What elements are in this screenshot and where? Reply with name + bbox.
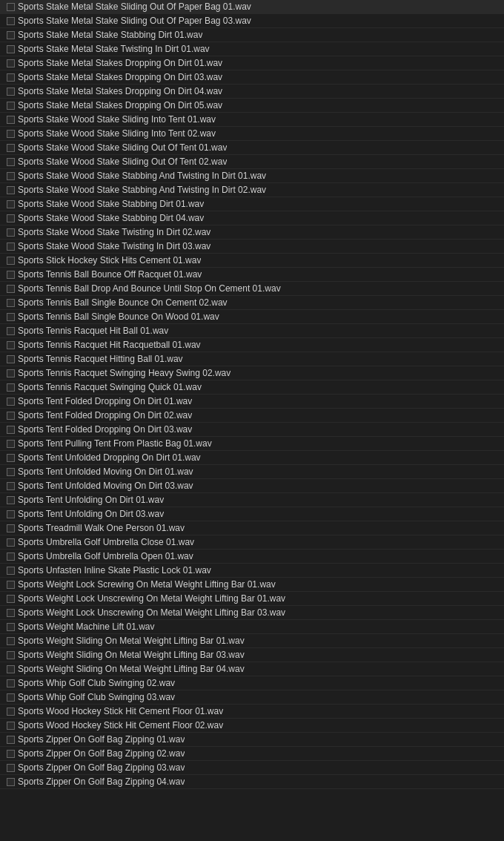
file-checkbox[interactable] [7, 200, 15, 208]
file-checkbox[interactable] [7, 398, 15, 406]
table-row[interactable]: Sports Tennis Racquet Swinging Heavy Swi… [0, 366, 504, 380]
table-row[interactable]: Sports Stake Metal Stake Twisting In Dir… [0, 42, 504, 56]
file-checkbox[interactable] [7, 538, 15, 547]
table-row[interactable]: Sports Stake Metal Stake Sliding Out Of … [0, 14, 504, 28]
file-checkbox[interactable] [7, 609, 15, 617]
file-checkbox[interactable] [7, 736, 15, 744]
table-row[interactable]: Sports Tennis Racquet Hit Ball 01.wav [0, 324, 504, 338]
file-checkbox[interactable] [7, 708, 15, 716]
table-row[interactable]: Sports Tennis Racquet Hit Racquetball 01… [0, 338, 504, 352]
file-checkbox[interactable] [7, 651, 15, 659]
table-row[interactable]: Sports Treadmill Walk One Person 01.wav [0, 521, 504, 535]
table-row[interactable]: Sports Tennis Racquet Swinging Quick 01.… [0, 380, 504, 395]
table-row[interactable]: Sports Tent Pulling Tent From Plastic Ba… [0, 437, 504, 451]
table-row[interactable]: Sports Tent Folded Dropping On Dirt 02.w… [0, 409, 504, 423]
file-checkbox[interactable] [7, 412, 15, 420]
table-row[interactable]: Sports Stake Metal Stakes Dropping On Di… [0, 56, 504, 70]
table-row[interactable]: Sports Weight Lock Unscrewing On Metal W… [0, 592, 504, 606]
file-checkbox[interactable] [7, 567, 15, 575]
table-row[interactable]: Sports Stake Wood Stake Sliding Into Ten… [0, 113, 504, 127]
file-checkbox[interactable] [7, 116, 15, 124]
file-checkbox[interactable] [7, 722, 15, 730]
file-checkbox[interactable] [7, 285, 15, 293]
file-checkbox[interactable] [7, 88, 15, 96]
table-row[interactable]: Sports Tent Unfolding On Dirt 01.wav [0, 493, 504, 507]
table-row[interactable]: Sports Tent Folded Dropping On Dirt 01.w… [0, 395, 504, 409]
file-checkbox[interactable] [7, 383, 15, 392]
file-checkbox[interactable] [7, 665, 15, 673]
table-row[interactable]: Sports Stake Metal Stakes Dropping On Di… [0, 99, 504, 113]
file-checkbox[interactable] [7, 45, 15, 53]
table-row[interactable]: Sports Tennis Ball Single Bounce On Ceme… [0, 296, 504, 310]
file-checkbox[interactable] [7, 172, 15, 180]
file-checkbox[interactable] [7, 496, 15, 504]
table-row[interactable]: Sports Tent Folded Dropping On Dirt 03.w… [0, 423, 504, 437]
file-checkbox[interactable] [7, 553, 15, 561]
table-row[interactable]: Sports Whip Golf Club Swinging 02.wav [0, 676, 504, 690]
table-row[interactable]: Sports Tennis Ball Single Bounce On Wood… [0, 310, 504, 324]
table-row[interactable]: Sports Wood Hockey Stick Hit Cement Floo… [0, 705, 504, 719]
file-checkbox[interactable] [7, 750, 15, 758]
table-row[interactable]: Sports Weight Sliding On Metal Weight Li… [0, 662, 504, 676]
file-checkbox[interactable] [7, 581, 15, 589]
file-checkbox[interactable] [7, 59, 15, 67]
file-checkbox[interactable] [7, 454, 15, 462]
table-row[interactable]: Sports Umbrella Golf Umbrella Close 01.w… [0, 535, 504, 550]
table-row[interactable]: Sports Stake Wood Stake Sliding Into Ten… [0, 127, 504, 141]
file-checkbox[interactable] [7, 158, 15, 166]
file-checkbox[interactable] [7, 623, 15, 631]
file-checkbox[interactable] [7, 271, 15, 279]
table-row[interactable]: Sports Stake Metal Stakes Dropping On Di… [0, 85, 504, 99]
table-row[interactable]: Sports Stake Metal Stake Stabbing Dirt 0… [0, 28, 504, 42]
table-row[interactable]: Sports Weight Lock Screwing On Metal Wei… [0, 578, 504, 592]
file-checkbox[interactable] [7, 637, 15, 645]
file-checkbox[interactable] [7, 679, 15, 687]
table-row[interactable]: Sports Weight Sliding On Metal Weight Li… [0, 634, 504, 648]
file-checkbox[interactable] [7, 778, 15, 786]
file-checkbox[interactable] [7, 228, 15, 237]
table-row[interactable]: Sports Unfasten Inline Skate Plastic Loc… [0, 564, 504, 578]
file-checkbox[interactable] [7, 299, 15, 307]
table-row[interactable]: Sports Tent Unfolding On Dirt 03.wav [0, 507, 504, 521]
file-checkbox[interactable] [7, 341, 15, 349]
table-row[interactable]: Sports Zipper On Golf Bag Zipping 04.wav [0, 775, 504, 789]
table-row[interactable]: Sports Whip Golf Club Swinging 03.wav [0, 690, 504, 705]
file-checkbox[interactable] [7, 440, 15, 448]
file-checkbox[interactable] [7, 73, 15, 82]
table-row[interactable]: Sports Stake Metal Stakes Dropping On Di… [0, 70, 504, 85]
table-row[interactable]: Sports Stake Wood Stake Twisting In Dirt… [0, 240, 504, 254]
file-checkbox[interactable] [7, 102, 15, 110]
table-row[interactable]: Sports Stake Wood Stake Sliding Out Of T… [0, 141, 504, 155]
table-row[interactable]: Sports Weight Machine Lift 01.wav [0, 620, 504, 634]
file-checkbox[interactable] [7, 693, 15, 702]
table-row[interactable]: Sports Umbrella Golf Umbrella Open 01.wa… [0, 550, 504, 564]
table-row[interactable]: Sports Tent Unfolded Dropping On Dirt 01… [0, 451, 504, 465]
file-checkbox[interactable] [7, 214, 15, 222]
table-row[interactable]: Sports Tent Unfolded Moving On Dirt 03.w… [0, 479, 504, 493]
file-checkbox[interactable] [7, 355, 15, 363]
file-checkbox[interactable] [7, 144, 15, 152]
table-row[interactable]: Sports Weight Lock Unscrewing On Metal W… [0, 606, 504, 620]
file-checkbox[interactable] [7, 524, 15, 532]
table-row[interactable]: Sports Zipper On Golf Bag Zipping 01.wav [0, 733, 504, 747]
file-checkbox[interactable] [7, 510, 15, 518]
file-checkbox[interactable] [7, 426, 15, 434]
table-row[interactable]: Sports Zipper On Golf Bag Zipping 02.wav [0, 747, 504, 761]
file-checkbox[interactable] [7, 764, 15, 772]
file-checkbox[interactable] [7, 327, 15, 335]
file-checkbox[interactable] [7, 257, 15, 265]
table-row[interactable]: Sports Stake Wood Stake Stabbing Dirt 01… [0, 197, 504, 211]
table-row[interactable]: Sports Stake Wood Stake Stabbing And Twi… [0, 169, 504, 183]
file-checkbox[interactable] [7, 482, 15, 490]
table-row[interactable]: Sports Weight Sliding On Metal Weight Li… [0, 648, 504, 662]
table-row[interactable]: Sports Stake Wood Stake Twisting In Dirt… [0, 225, 504, 240]
file-checkbox[interactable] [7, 595, 15, 603]
table-row[interactable]: Sports Stake Wood Stake Sliding Out Of T… [0, 155, 504, 169]
table-row[interactable]: Sports Stick Hockey Stick Hits Cement 01… [0, 254, 504, 268]
table-row[interactable]: Sports Wood Hockey Stick Hit Cement Floo… [0, 719, 504, 733]
table-row[interactable]: Sports Stake Wood Stake Stabbing Dirt 04… [0, 211, 504, 225]
table-row[interactable]: Sports Zipper On Golf Bag Zipping 03.wav [0, 761, 504, 775]
file-checkbox[interactable] [7, 31, 15, 39]
file-checkbox[interactable] [7, 130, 15, 138]
file-checkbox[interactable] [7, 3, 15, 11]
